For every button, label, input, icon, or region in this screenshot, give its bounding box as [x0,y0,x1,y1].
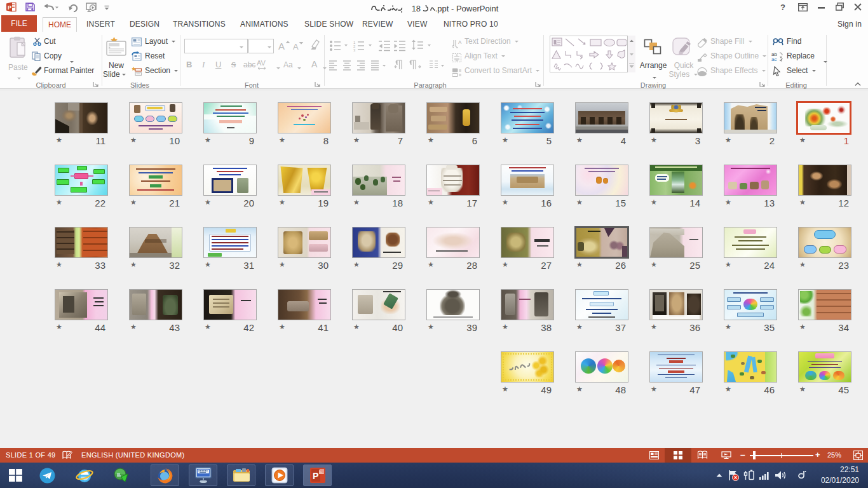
svg-text:ac: ac [771,57,776,62]
svg-text:AV: AV [257,59,266,67]
svg-text:A: A [458,39,462,45]
svg-text:3: 3 [353,48,356,52]
svg-text:P: P [8,4,11,11]
svg-text:P: P [313,471,318,481]
svg-text:A: A [293,42,299,51]
svg-text:?: ? [780,3,785,11]
svg-text:A: A [278,41,285,51]
